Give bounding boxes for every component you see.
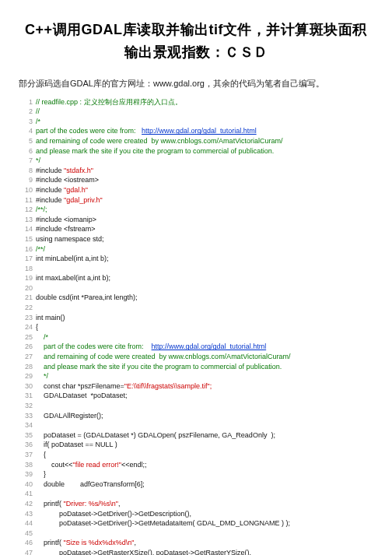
intro-text: 部分源码选自GDAL库的官方网址：www.gdal.org，其余的代码为笔者自己…	[19, 78, 373, 90]
line-number: 6	[19, 146, 33, 156]
code-text: int minLabel(int a,int b);	[36, 254, 109, 264]
code-line: 24{	[19, 322, 373, 332]
line-number: 46	[19, 538, 33, 548]
code-text: #include "gdal.h"	[36, 185, 88, 195]
line-number: 34	[19, 420, 33, 430]
link[interactable]: http://www.gdal.org/gdal_tutorial.html	[142, 127, 257, 135]
line-number: 39	[19, 469, 33, 479]
code-text: using namespace std;	[36, 234, 104, 244]
code-text: poDataset = (GDALDataset *) GDALOpen( ps…	[36, 430, 275, 441]
code-line: 35 poDataset = (GDALDataset *) GDALOpen(…	[19, 430, 373, 441]
code-text: #include "gdal_priv.h"	[36, 195, 103, 205]
code-line: 36 if( poDataset == NULL )	[19, 440, 373, 450]
code-line: 32	[19, 401, 373, 411]
line-number: 16	[19, 244, 33, 255]
code-text: and remaining of code were created by ww…	[36, 136, 282, 146]
line-number: 27	[19, 352, 33, 362]
code-line: 31 GDALDataset *poDataset;	[19, 391, 373, 401]
code-line: 46 printf( "Size is %dx%dx%d\n",	[19, 538, 373, 548]
line-number: 23	[19, 313, 33, 323]
code-line: 26 part of the codes were cite from: htt…	[19, 342, 373, 352]
code-text: /**/;	[36, 205, 47, 215]
code-block: 1// readfile.cpp : 定义控制台应用程序的入口点。2//3/*4…	[19, 97, 373, 555]
code-text: and please mark the site if you cite the…	[36, 362, 282, 372]
code-text: /**/	[36, 244, 45, 255]
code-text: part of the codes were cite from: http:/…	[36, 126, 257, 136]
line-number: 4	[19, 126, 33, 136]
code-line: 16/**/	[19, 244, 373, 255]
line-number: 9	[19, 175, 33, 185]
line-number: 44	[19, 518, 33, 529]
code-text: printf( "Size is %dx%dx%d\n",	[36, 538, 138, 548]
code-text: and please mark the site if you cite the…	[36, 146, 274, 156]
line-number: 28	[19, 362, 33, 372]
code-text: */	[36, 156, 40, 166]
code-line: 44 poDataset->GetDriver()->GetMetadataIt…	[19, 518, 373, 529]
line-number: 14	[19, 224, 33, 234]
line-number: 31	[19, 391, 33, 401]
code-text: {	[36, 322, 38, 332]
code-line: 17int minLabel(int a,int b);	[19, 254, 373, 264]
line-number: 42	[19, 499, 33, 509]
code-line: 19int maxLabel(int a,int b);	[19, 273, 373, 283]
line-number: 1	[19, 97, 33, 107]
line-number: 40	[19, 479, 33, 490]
code-text: if( poDataset == NULL )	[36, 440, 117, 450]
code-line: 6and please mark the site if you cite th…	[19, 146, 373, 156]
code-text: printf( "Driver: %s/%s\n",	[36, 499, 120, 509]
code-line: 39 }	[19, 469, 373, 479]
line-number: 30	[19, 381, 33, 392]
code-text: poDataset->GetDriver()->GetMetadataItem(…	[36, 518, 290, 529]
code-line: 15using namespace std;	[19, 234, 373, 244]
code-line: 8#include "stdafx.h"	[19, 166, 373, 176]
code-line: 4part of the codes were cite from: http:…	[19, 126, 373, 136]
code-line: 37 {	[19, 450, 373, 460]
line-number: 36	[19, 440, 33, 450]
code-line: 5and remaining of code were created by w…	[19, 136, 373, 146]
code-text: // readfile.cpp : 定义控制台应用程序的入口点。	[36, 97, 182, 107]
page-title: C++调用GDAL库读取并输出tif文件，并计算斑块面积输出景观指数：ＣＳＤ	[19, 19, 373, 64]
code-text: cout<<"file read error!"<<endl;;	[36, 460, 146, 470]
code-line: 3/*	[19, 117, 373, 127]
code-text: GDALDataset *poDataset;	[36, 391, 128, 401]
code-text: poDataset->GetRasterXSize(), poDataset->…	[36, 548, 251, 555]
code-line: 10#include "gdal.h"	[19, 185, 373, 195]
line-number: 10	[19, 185, 33, 195]
line-number: 12	[19, 205, 33, 215]
code-text: int main()	[36, 313, 65, 323]
line-number: 7	[19, 156, 33, 166]
code-line: 27 and remaining of code were created by…	[19, 352, 373, 362]
line-number: 22	[19, 303, 33, 313]
code-line: 25 /*	[19, 332, 373, 342]
line-number: 37	[19, 450, 33, 460]
code-text: int maxLabel(int a,int b);	[36, 273, 110, 283]
code-text: #include <iomanip>	[36, 215, 96, 225]
code-line: 47 poDataset->GetRasterXSize(), poDatase…	[19, 548, 373, 555]
code-line: 30 const char *pszFilename="E:\\tif\\fra…	[19, 381, 373, 392]
link[interactable]: http://www.gdal.org/gdal_tutorial.html	[152, 342, 267, 350]
line-number: 35	[19, 430, 33, 441]
code-line: 29 */	[19, 371, 373, 381]
code-text: /*	[36, 332, 48, 342]
code-text: GDALAllRegister();	[36, 411, 103, 421]
code-line: 13#include <iomanip>	[19, 215, 373, 225]
code-text: #include <iostream>	[36, 175, 99, 185]
code-text: //	[36, 107, 40, 117]
code-text: {	[36, 450, 46, 460]
line-number: 2	[19, 107, 33, 117]
code-text: part of the codes were cite from: http:/…	[36, 342, 266, 352]
code-text: /*	[36, 117, 40, 127]
code-line: 33 GDALAllRegister();	[19, 411, 373, 421]
line-number: 20	[19, 283, 33, 293]
code-line: 23int main()	[19, 313, 373, 323]
code-line: 9#include <iostream>	[19, 175, 373, 185]
code-text: poDataset->GetDriver()->GetDescription()…	[36, 509, 194, 519]
line-number: 3	[19, 117, 33, 127]
line-number: 19	[19, 273, 33, 283]
line-number: 45	[19, 529, 33, 539]
code-line: 42 printf( "Driver: %s/%s\n",	[19, 499, 373, 509]
code-text: double adfGeoTransform[6];	[36, 479, 145, 490]
line-number: 43	[19, 509, 33, 519]
code-text: #include <fstream>	[36, 224, 96, 234]
line-number: 41	[19, 489, 33, 499]
